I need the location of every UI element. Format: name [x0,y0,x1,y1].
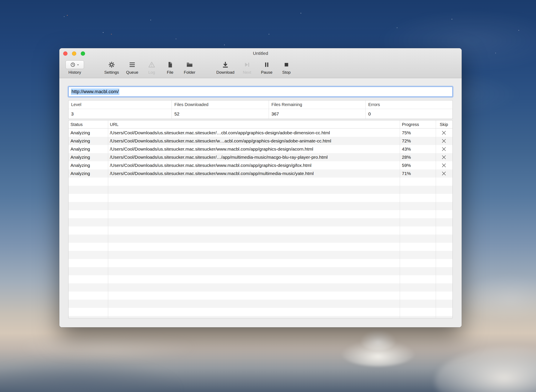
row-progress: 71% [399,169,435,177]
url-text-selected: http://www.macbl.com/ [71,89,119,95]
stop-label: Stop [282,70,290,75]
pause-label: Pause [261,70,272,75]
file-icon [167,61,173,68]
row-skip-cell [435,145,452,153]
row-skip-cell [435,137,452,145]
skip-icon[interactable] [441,163,447,168]
queue-header-progress: Progress [399,120,435,128]
next-label: Next [243,70,251,75]
row-url: /Users/Cool/Downloads/us.sitesucker.mac.… [108,137,399,145]
queue-header-skip: Skip [435,120,452,128]
row-status: Analyzing [69,129,108,137]
history-label: History [68,70,81,75]
stop-icon [283,61,290,68]
queue-row[interactable]: Analyzing /Users/Cool/Downloads/us.sites… [69,153,452,161]
stats-table: Level Files Downloaded Files Remaining E… [68,100,453,119]
window-chrome: Untitled History [59,48,462,78]
queue-row[interactable]: Analyzing /Users/Cool/Downloads/us.sites… [69,161,452,169]
row-status: Analyzing [69,145,108,153]
queue-header-status: Status [69,120,108,128]
file-label: File [167,70,173,75]
column-divider [108,120,108,318]
row-progress: 59% [399,161,435,169]
queue-button[interactable]: Queue [122,60,142,75]
queue-row[interactable]: Analyzing /Users/Cool/Downloads/us.sites… [69,145,452,153]
stats-header-level: Level [69,100,172,109]
queue-row[interactable]: Analyzing /Users/Cool/Downloads/us.sites… [69,129,452,137]
stats-header-files-downloaded: Files Downloaded [172,100,269,109]
folder-icon [186,61,193,68]
settings-label: Settings [104,70,119,75]
column-divider [436,120,436,318]
log-button: Log [142,60,161,75]
queue-table: Status URL Progress Skip Analyzing /User… [68,120,453,318]
history-clock-icon [70,62,76,67]
queue-body: Analyzing /Users/Cool/Downloads/us.sites… [69,129,452,318]
app-window: Untitled History [59,48,462,327]
row-progress: 43% [399,145,435,153]
window-content: http://www.macbl.com/ Level Files Downlo… [59,78,462,327]
skip-icon[interactable] [441,138,447,144]
download-button[interactable]: Download [214,60,237,75]
queue-header-row: Status URL Progress Skip [69,120,452,129]
download-label: Download [216,70,235,75]
file-button[interactable]: File [161,60,179,75]
log-label: Log [148,70,155,75]
row-skip-cell [435,169,452,177]
star-specks [0,0,1,1]
row-status: Analyzing [69,161,108,169]
row-status: Analyzing [69,137,108,145]
warning-icon [148,61,155,68]
row-url: /Users/Cool/Downloads/us.sitesucker.mac.… [108,129,399,137]
stats-value-errors: 0 [366,109,452,119]
row-url: /Users/Cool/Downloads/us.sitesucker.mac.… [108,153,399,161]
folder-label: Folder [184,70,195,75]
row-progress: 28% [399,153,435,161]
history-group: History [64,60,86,75]
gear-icon [108,61,115,68]
window-title: Untitled [59,48,462,58]
queue-label: Queue [126,70,138,75]
settings-button[interactable]: Settings [101,60,122,75]
toolbar: History Settings [59,58,462,78]
row-skip-cell [435,161,452,169]
history-button[interactable] [65,61,84,69]
skip-icon[interactable] [441,154,447,160]
stop-button[interactable]: Stop [277,60,296,75]
next-button: Next [237,60,257,75]
skip-icon[interactable] [441,130,447,135]
folder-button[interactable]: Folder [179,60,200,75]
row-url: /Users/Cool/Downloads/us.sitesucker.mac.… [108,161,399,169]
stats-value-level: 3 [69,109,172,119]
queue-header-url: URL [108,120,399,128]
skip-icon[interactable] [441,171,447,176]
row-url: /Users/Cool/Downloads/us.sitesucker.mac.… [108,145,399,153]
skip-icon[interactable] [441,146,447,152]
list-icon [129,61,136,68]
pause-button[interactable]: Pause [257,60,277,75]
chevron-down-icon [76,63,80,66]
skip-next-icon [243,61,251,68]
column-divider [400,120,400,318]
row-progress: 75% [399,129,435,137]
row-progress: 72% [399,137,435,145]
row-skip-cell [435,129,452,137]
download-icon [222,61,229,69]
stats-header-files-remaining: Files Remaining [269,100,366,109]
stats-value-files-downloaded: 52 [172,109,269,119]
row-status: Analyzing [69,169,108,177]
stats-header-errors: Errors [366,100,452,109]
queue-row[interactable]: Analyzing /Users/Cool/Downloads/us.sites… [69,169,452,177]
stats-value-files-remaining: 367 [269,109,366,119]
queue-row[interactable]: Analyzing /Users/Cool/Downloads/us.sites… [69,137,452,145]
row-skip-cell [435,153,452,161]
row-url: /Users/Cool/Downloads/us.sitesucker.mac.… [108,169,399,177]
url-input[interactable]: http://www.macbl.com/ [68,87,453,97]
pause-icon [263,61,270,68]
row-status: Analyzing [69,153,108,161]
